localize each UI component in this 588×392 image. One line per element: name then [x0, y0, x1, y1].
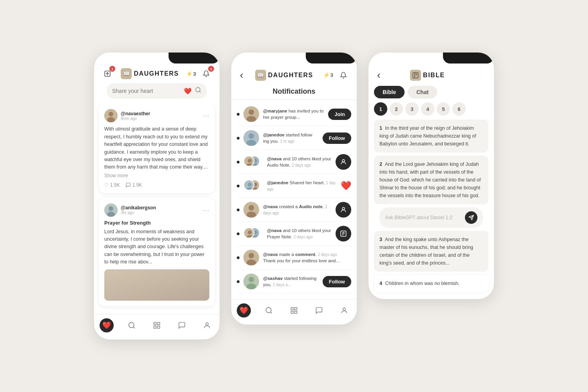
join-button[interactable]: Join	[328, 109, 351, 120]
nav2-chat-btn[interactable]	[312, 303, 326, 318]
chapter-6[interactable]: 6	[452, 102, 466, 116]
notif-dot-2	[237, 137, 240, 140]
phone2-logo: 📖 DAUGHTERS	[255, 70, 313, 81]
notif-dot-5	[237, 209, 240, 211]
chat-placeholder: Ask BibleGPT about Daniel 1:2	[385, 215, 462, 220]
audio-like-icon	[336, 154, 351, 170]
lightning-badge: ⚡ 3	[186, 71, 196, 77]
verse-text-4: Children in whom was no blemish,	[385, 281, 459, 286]
daughters-logo-icon-2: 📖	[255, 70, 266, 81]
bell-badge: 1	[208, 66, 214, 72]
follow-button-1[interactable]: Follow	[323, 132, 351, 144]
search-icon[interactable]	[195, 87, 201, 95]
phone-1-feed: 1 📖 DAUGHTERS ⚡ 3 1	[94, 53, 220, 339]
post-card-1: @navaesther 8min ago ⋯ With utmost grati…	[99, 103, 215, 193]
nav-search-btn[interactable]	[125, 318, 139, 332]
comment-count-1: 1.5K	[132, 182, 142, 188]
heart-icon: ❤️	[184, 87, 192, 95]
chapter-3[interactable]: 3	[405, 102, 419, 116]
notif-dot-4	[237, 185, 240, 187]
bible-tab-bible[interactable]: Bible	[374, 86, 405, 98]
notif-text-8: @sashav started following you. 2 days a.…	[263, 275, 319, 288]
search-input[interactable]	[112, 88, 181, 94]
bible-logo-text: BIBLE	[423, 72, 445, 79]
nav2-grid-btn[interactable]	[287, 303, 301, 318]
audio-icon	[336, 202, 351, 218]
bible-tabs-container: Bible Chat	[368, 86, 494, 102]
like-btn-1[interactable]: ♡ 1.5K	[104, 182, 120, 188]
nav-home-btn[interactable]: ❤️	[100, 318, 114, 332]
lightning-icon-2: ⚡	[323, 72, 330, 78]
search-bar[interactable]: ❤️	[107, 83, 207, 99]
heart-notif-icon: ❤️	[341, 181, 351, 191]
post-username-1: @navaesther	[121, 111, 150, 116]
nav-profile-btn[interactable]	[200, 318, 214, 332]
nav-chat-btn[interactable]	[175, 318, 189, 332]
svg-rect-14	[158, 322, 160, 325]
phone-2-notifications: ‹ 📖 DAUGHTERS ⚡ 3 Notifications	[231, 53, 357, 325]
post-actions-1: ♡ 1.5K 1.5K	[104, 182, 209, 188]
upload-button[interactable]: 1	[101, 67, 114, 80]
back-button[interactable]: ‹	[238, 67, 245, 83]
svg-rect-15	[154, 326, 156, 328]
notif-avatar-8	[243, 274, 259, 289]
phone3-header: ‹ BIBLE	[368, 64, 494, 86]
follow-button-2[interactable]: Follow	[323, 276, 351, 287]
chapter-4[interactable]: 4	[421, 102, 434, 116]
svg-point-42	[248, 230, 252, 234]
chapter-5[interactable]: 5	[437, 102, 450, 116]
notif-dot-8	[237, 280, 240, 283]
phone2-notch	[306, 53, 357, 64]
more-dots-2[interactable]: ⋯	[202, 206, 209, 214]
notif-text-7: @nava made a comment. 2 days agoThank yo…	[263, 251, 351, 264]
svg-point-57	[266, 308, 271, 313]
show-more-1[interactable]: Show more	[104, 173, 209, 178]
bible-logo-icon	[410, 70, 421, 81]
post-header-1: @navaesther 8min ago ⋯	[104, 109, 209, 122]
phone1-header: 1 📖 DAUGHTERS ⚡ 3 1	[94, 64, 220, 83]
bell-button[interactable]: 1	[200, 67, 212, 80]
verse-num-3: 3	[379, 237, 382, 242]
svg-rect-60	[295, 308, 297, 310]
post-time-1: 8min ago	[121, 116, 150, 121]
nav2-profile-btn[interactable]	[337, 303, 351, 318]
phone2-header-right: ⚡ 3	[323, 69, 350, 82]
nav2-home-btn[interactable]: ❤️	[237, 303, 251, 318]
lightning-count-2: 3	[330, 72, 333, 78]
svg-rect-13	[154, 322, 156, 325]
notif-dot-3	[237, 161, 240, 163]
notif-item-7: @nava made a comment. 2 days agoThank yo…	[237, 246, 351, 270]
chapter-2[interactable]: 2	[390, 102, 403, 116]
chapter-1[interactable]: 1	[374, 102, 387, 116]
send-button[interactable]	[465, 211, 477, 224]
upload-badge: 1	[109, 66, 115, 72]
verse-num-1: 1	[379, 125, 382, 131]
verse-4: 4 Children in whom was no blemish,	[374, 275, 488, 292]
notif-avatar-7	[243, 250, 259, 265]
svg-rect-10	[104, 269, 209, 301]
nav2-search-btn[interactable]	[262, 303, 276, 318]
bible-tab-chat[interactable]: Chat	[408, 86, 437, 98]
phone1-top: 1 📖 DAUGHTERS ⚡ 3 1	[94, 53, 220, 103]
more-dots-1[interactable]: ⋯	[202, 111, 209, 120]
bell-button-2[interactable]	[337, 69, 350, 82]
post-title-2: Prayer for Strength	[104, 220, 209, 226]
bible-verses: 1 In the third year of the reign of Jeho…	[368, 120, 494, 295]
verse-num-2: 2	[379, 162, 382, 167]
back-button-3[interactable]: ‹	[376, 67, 382, 83]
bible-chat-input[interactable]: Ask BibleGPT about Daniel 1:2	[379, 207, 483, 228]
svg-point-38	[249, 205, 254, 211]
phone1-logo: 📖 DAUGHTERS	[121, 68, 179, 79]
screens-container: 1 📖 DAUGHTERS ⚡ 3 1	[78, 37, 510, 355]
post-user-1: @navaesther 8min ago	[104, 109, 150, 122]
notif-avatars-6	[243, 226, 263, 241]
notif-text-5: @nava created a Audio note. 2 days ago	[263, 203, 332, 216]
nav-grid-btn[interactable]	[150, 318, 164, 332]
post-user-2: @anikabergson 3hr ago	[104, 203, 156, 217]
notif-time-2: 1 hr ago	[280, 139, 294, 143]
phone2-top: ‹ 📖 DAUGHTERS ⚡ 3	[231, 53, 357, 86]
svg-line-3	[200, 91, 201, 93]
svg-point-5	[109, 112, 113, 116]
comment-btn-1[interactable]: 1.5K	[125, 182, 142, 188]
verse-3: 3 And the king spake unto Ashpenaz the m…	[374, 231, 488, 272]
